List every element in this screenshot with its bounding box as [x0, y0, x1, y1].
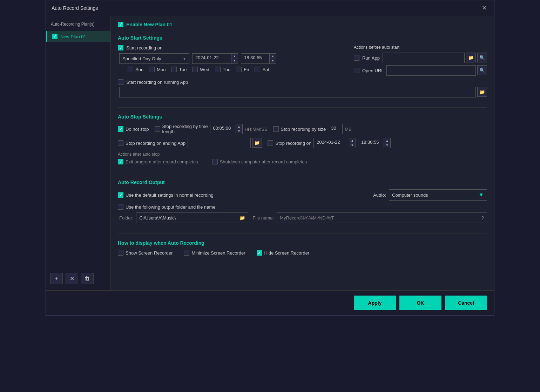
- day-sun-checkbox[interactable]: [128, 67, 133, 72]
- run-app-folder-btn[interactable]: 📁: [466, 53, 476, 62]
- default-settings-checkbox[interactable]: ✓: [118, 192, 123, 198]
- shutdown-checkbox[interactable]: [212, 159, 218, 164]
- auto-stop-title: Auto Stop Settings: [118, 114, 487, 120]
- do-not-stop-checkbox[interactable]: ✓: [118, 126, 123, 132]
- default-settings-wrap[interactable]: ✓ Use the default settings in normal rec…: [118, 192, 214, 198]
- file-name-label: File name:: [252, 215, 274, 221]
- day-fri-checkbox[interactable]: [236, 67, 242, 72]
- day-tue[interactable]: Tue: [171, 67, 187, 72]
- open-url-input[interactable]: [386, 65, 476, 76]
- remove-plan-button[interactable]: ✕: [66, 273, 78, 284]
- exit-program-label: Exit program after record completes: [126, 159, 198, 164]
- sidebar-item-checkbox[interactable]: ✓: [52, 34, 58, 39]
- start-on-app-input[interactable]: [119, 87, 476, 97]
- day-wed[interactable]: Wed: [192, 67, 209, 72]
- stop-by-time-checkbox[interactable]: [155, 126, 160, 132]
- stop-on-ending-app-label: Stop recording on ending App: [126, 141, 185, 146]
- run-app-checkbox[interactable]: [354, 55, 359, 61]
- output-folder-wrap[interactable]: Use the following output folder and file…: [118, 204, 487, 210]
- shutdown-label: Shutdown computer after record completes: [220, 159, 307, 164]
- hide-recorder-wrap[interactable]: ✓ Hide Screen Recorder: [257, 250, 310, 256]
- minimize-recorder-checkbox[interactable]: [184, 250, 189, 256]
- shutdown-wrap[interactable]: Shutdown computer after record completes: [212, 159, 307, 164]
- hide-recorder-checkbox[interactable]: ✓: [257, 250, 262, 256]
- stop-time-2-input[interactable]: 18:30:55 ▲ ▼: [358, 138, 391, 148]
- day-thu-checkbox[interactable]: [215, 67, 221, 72]
- audio-dropdown[interactable]: Computer sounds ▼: [389, 189, 487, 201]
- exit-program-wrap[interactable]: ✓ Exit program after record completes: [118, 159, 198, 164]
- close-button[interactable]: ✕: [480, 4, 488, 12]
- open-url-checkbox[interactable]: [354, 68, 359, 73]
- day-mon-checkbox[interactable]: [149, 67, 155, 72]
- actions-after-label: Actions after auto stop: [118, 152, 160, 157]
- minimize-recorder-wrap[interactable]: Minimize Screen Recorder: [184, 250, 245, 256]
- start-date-input[interactable]: 2024-01-22 ▲ ▼: [192, 53, 238, 64]
- search-icon: 🔍: [479, 68, 485, 73]
- stop-app-folder-btn[interactable]: 📁: [252, 138, 262, 148]
- stop-date-spin-down[interactable]: ▼: [349, 143, 356, 147]
- file-name-value: MyRecord%Y-%M-%D-%T: [280, 215, 334, 221]
- sidebar-item-new-plan-01[interactable]: ✓ New Plan 01: [46, 31, 110, 42]
- start-mode-value: Specified Day Only: [122, 56, 161, 61]
- day-sat-checkbox[interactable]: [255, 67, 260, 72]
- start-app-folder-btn[interactable]: 📁: [477, 87, 487, 97]
- show-recorder-wrap[interactable]: Show Screen Recorder: [118, 250, 173, 256]
- stop-date-spin-up[interactable]: ▲: [349, 138, 356, 143]
- add-plan-button[interactable]: +: [50, 273, 63, 284]
- day-sat[interactable]: Sat: [255, 67, 269, 72]
- day-sun[interactable]: Sun: [128, 67, 143, 72]
- start-mode-dropdown[interactable]: Specified Day Only ▼: [119, 53, 189, 64]
- output-folder-checkbox[interactable]: [118, 204, 123, 210]
- cancel-button[interactable]: Cancel: [445, 296, 487, 310]
- stop-recording-on-checkbox[interactable]: [268, 140, 273, 146]
- start-recording-checkbox[interactable]: ✓: [118, 45, 123, 50]
- enable-plan-checkbox[interactable]: ✓: [118, 22, 123, 27]
- day-fri[interactable]: Fri: [236, 67, 249, 72]
- show-recorder-checkbox[interactable]: [118, 250, 123, 256]
- delete-plan-button[interactable]: 🗑: [81, 273, 94, 284]
- file-name-input[interactable]: MyRecord%Y-%M-%D-%T ?: [277, 212, 487, 223]
- auto-start-title: Auto Start Settings: [118, 35, 487, 41]
- folder-input-icon: 📁: [239, 215, 245, 221]
- day-thu[interactable]: Thu: [215, 67, 230, 72]
- day-sat-label: Sat: [262, 67, 269, 72]
- start-time-input[interactable]: 18:30:55 ▲ ▼: [241, 53, 276, 64]
- start-on-app-checkbox[interactable]: [118, 79, 123, 85]
- search-icon: 🔍: [479, 55, 485, 60]
- plus-icon: +: [55, 275, 58, 282]
- stop-time-spin-up[interactable]: ▲: [236, 124, 242, 129]
- stop-time-spin-down[interactable]: ▼: [236, 129, 242, 133]
- open-url-search-btn[interactable]: 🔍: [477, 65, 487, 75]
- minimize-recorder-label: Minimize Screen Recorder: [191, 250, 245, 256]
- stop-on-ending-app-checkbox[interactable]: [118, 140, 123, 146]
- stop-time2-spin-up[interactable]: ▲: [384, 138, 390, 143]
- actions-before-label: Actions before auto start: [354, 45, 487, 50]
- stop-time-input[interactable]: 00:05:00 ▲ ▼: [210, 124, 243, 134]
- day-tue-checkbox[interactable]: [171, 67, 177, 72]
- time-spin-up[interactable]: ▲: [270, 54, 276, 58]
- date-spin-up[interactable]: ▲: [231, 54, 238, 58]
- stop-time2-spin-down[interactable]: ▼: [384, 143, 390, 147]
- exit-program-checkbox[interactable]: ✓: [118, 159, 123, 164]
- stop-by-size-checkbox[interactable]: [273, 126, 279, 132]
- run-app-search-btn[interactable]: 🔍: [477, 53, 487, 62]
- day-fri-label: Fri: [244, 67, 249, 72]
- dropdown-arrow-icon: ▼: [183, 57, 186, 61]
- time-spin-down[interactable]: ▼: [270, 58, 276, 63]
- day-mon[interactable]: Mon: [149, 67, 166, 72]
- apply-button[interactable]: Apply: [354, 296, 396, 310]
- folder-path-input[interactable]: C:\Users\A\Music\ 📁: [136, 212, 248, 223]
- file-name-help-icon[interactable]: ?: [481, 215, 484, 221]
- day-mon-label: Mon: [157, 67, 166, 72]
- day-wed-checkbox[interactable]: [192, 67, 198, 72]
- folder-label: Folder:: [119, 215, 133, 221]
- do-not-stop-wrap[interactable]: ✓ Do not stop: [118, 126, 149, 132]
- stop-date-input[interactable]: 2024-01-22 ▲ ▼: [313, 138, 356, 148]
- display-title: How to display when Auto Recording: [118, 240, 487, 246]
- date-spin-down[interactable]: ▼: [231, 58, 238, 63]
- stop-app-input[interactable]: [188, 138, 251, 148]
- checkmark-icon: ✓: [119, 193, 122, 197]
- run-app-input[interactable]: [383, 53, 465, 63]
- stop-size-input[interactable]: 30: [328, 124, 343, 134]
- ok-button[interactable]: OK: [399, 296, 441, 310]
